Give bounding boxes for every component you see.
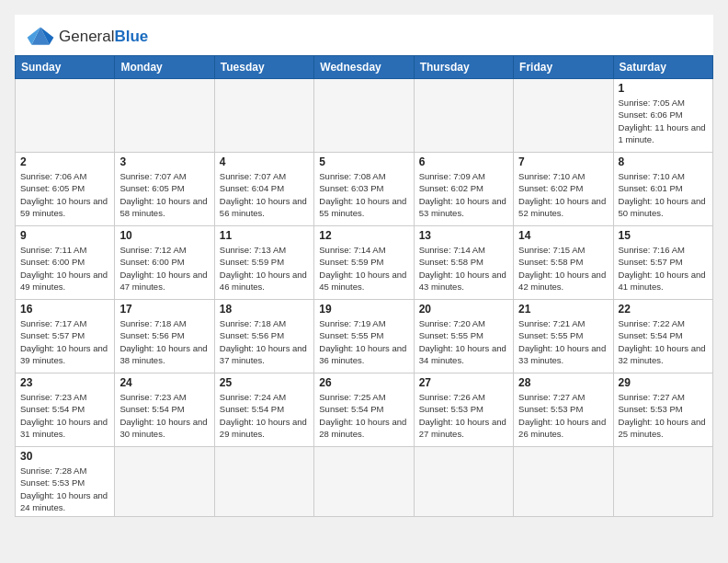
day-number: 20: [419, 303, 508, 316]
day-info: Sunrise: 7:10 AM Sunset: 6:01 PM Dayligh…: [619, 170, 708, 219]
day-info: Sunrise: 7:22 AM Sunset: 5:54 PM Dayligh…: [619, 317, 708, 366]
day-info: Sunrise: 7:11 AM Sunset: 6:00 PM Dayligh…: [20, 244, 109, 293]
logo-text: GeneralBlue: [59, 28, 148, 46]
logo-icon: [26, 24, 55, 50]
day-info: Sunrise: 7:07 AM Sunset: 6:04 PM Dayligh…: [220, 170, 309, 219]
day-info: Sunrise: 7:19 AM Sunset: 5:55 PM Dayligh…: [319, 317, 408, 366]
calendar-day-cell: 28Sunrise: 7:27 AM Sunset: 5:53 PM Dayli…: [514, 373, 613, 447]
day-info: Sunrise: 7:06 AM Sunset: 6:05 PM Dayligh…: [20, 170, 109, 219]
weekday-header-friday: Friday: [514, 56, 613, 79]
day-number: 19: [319, 303, 408, 316]
calendar-day-cell: 29Sunrise: 7:27 AM Sunset: 5:53 PM Dayli…: [613, 373, 712, 447]
day-info: Sunrise: 7:26 AM Sunset: 5:53 PM Dayligh…: [419, 391, 508, 440]
calendar-day-cell: 21Sunrise: 7:21 AM Sunset: 5:55 PM Dayli…: [514, 300, 613, 373]
calendar-day-cell: [514, 447, 613, 517]
day-number: 6: [419, 155, 508, 168]
calendar-day-cell: [613, 447, 712, 517]
day-number: 28: [518, 376, 608, 389]
day-info: Sunrise: 7:14 AM Sunset: 5:59 PM Dayligh…: [319, 244, 408, 293]
day-info: Sunrise: 7:24 AM Sunset: 5:54 PM Dayligh…: [220, 391, 309, 440]
calendar-day-cell: 15Sunrise: 7:16 AM Sunset: 5:57 PM Dayli…: [613, 226, 712, 300]
day-number: 12: [319, 229, 408, 242]
day-number: 2: [20, 155, 109, 168]
calendar-week-row: 1Sunrise: 7:05 AM Sunset: 6:06 PM Daylig…: [16, 79, 713, 153]
weekday-header-row: SundayMondayTuesdayWednesdayThursdayFrid…: [16, 56, 713, 79]
calendar-day-cell: 20Sunrise: 7:20 AM Sunset: 5:55 PM Dayli…: [414, 300, 513, 373]
calendar-day-cell: [314, 447, 414, 517]
calendar-day-cell: 17Sunrise: 7:18 AM Sunset: 5:56 PM Dayli…: [115, 300, 214, 373]
day-info: Sunrise: 7:23 AM Sunset: 5:54 PM Dayligh…: [119, 391, 209, 440]
day-number: 18: [220, 303, 309, 316]
day-number: 5: [319, 155, 408, 168]
day-number: 21: [518, 303, 608, 316]
day-info: Sunrise: 7:12 AM Sunset: 6:00 PM Dayligh…: [119, 244, 209, 293]
calendar-day-cell: 23Sunrise: 7:23 AM Sunset: 5:54 PM Dayli…: [16, 373, 115, 447]
day-info: Sunrise: 7:08 AM Sunset: 6:03 PM Dayligh…: [319, 170, 408, 219]
day-number: 7: [518, 155, 608, 168]
calendar-day-cell: 1Sunrise: 7:05 AM Sunset: 6:06 PM Daylig…: [613, 79, 712, 153]
calendar-day-cell: 13Sunrise: 7:14 AM Sunset: 5:58 PM Dayli…: [414, 226, 513, 300]
day-info: Sunrise: 7:21 AM Sunset: 5:55 PM Dayligh…: [518, 317, 608, 366]
day-number: 9: [20, 229, 109, 242]
day-info: Sunrise: 7:05 AM Sunset: 6:06 PM Dayligh…: [619, 97, 708, 145]
calendar-day-cell: [414, 447, 513, 517]
calendar-day-cell: 5Sunrise: 7:08 AM Sunset: 6:03 PM Daylig…: [314, 153, 414, 226]
day-number: 26: [319, 376, 408, 389]
day-info: Sunrise: 7:27 AM Sunset: 5:53 PM Dayligh…: [619, 391, 708, 440]
calendar-day-cell: 14Sunrise: 7:15 AM Sunset: 5:58 PM Dayli…: [514, 226, 613, 300]
calendar-week-row: 30Sunrise: 7:28 AM Sunset: 5:53 PM Dayli…: [16, 447, 713, 517]
calendar-day-cell: 30Sunrise: 7:28 AM Sunset: 5:53 PM Dayli…: [16, 447, 115, 517]
calendar-day-cell: [115, 447, 214, 517]
weekday-header-wednesday: Wednesday: [314, 56, 414, 79]
day-number: 10: [119, 229, 209, 242]
calendar-day-cell: 16Sunrise: 7:17 AM Sunset: 5:57 PM Dayli…: [16, 300, 115, 373]
calendar-day-cell: 26Sunrise: 7:25 AM Sunset: 5:54 PM Dayli…: [314, 373, 414, 447]
calendar-day-cell: 2Sunrise: 7:06 AM Sunset: 6:05 PM Daylig…: [16, 153, 115, 226]
day-number: 27: [419, 376, 508, 389]
calendar-day-cell: [414, 79, 513, 153]
calendar-day-cell: 9Sunrise: 7:11 AM Sunset: 6:00 PM Daylig…: [16, 226, 115, 300]
calendar-day-cell: 11Sunrise: 7:13 AM Sunset: 5:59 PM Dayli…: [214, 226, 313, 300]
day-info: Sunrise: 7:18 AM Sunset: 5:56 PM Dayligh…: [119, 317, 209, 366]
weekday-header-saturday: Saturday: [613, 56, 712, 79]
weekday-header-sunday: Sunday: [16, 56, 115, 79]
calendar-week-row: 2Sunrise: 7:06 AM Sunset: 6:05 PM Daylig…: [16, 153, 713, 226]
calendar-day-cell: 7Sunrise: 7:10 AM Sunset: 6:02 PM Daylig…: [514, 153, 613, 226]
calendar-week-row: 9Sunrise: 7:11 AM Sunset: 6:00 PM Daylig…: [16, 226, 713, 300]
day-info: Sunrise: 7:13 AM Sunset: 5:59 PM Dayligh…: [220, 244, 309, 293]
calendar-week-row: 16Sunrise: 7:17 AM Sunset: 5:57 PM Dayli…: [16, 300, 713, 373]
weekday-header-tuesday: Tuesday: [214, 56, 313, 79]
calendar-day-cell: 10Sunrise: 7:12 AM Sunset: 6:00 PM Dayli…: [115, 226, 214, 300]
calendar-container: GeneralBlue SundayMondayTuesdayWednesday…: [15, 15, 713, 517]
day-number: 23: [20, 376, 109, 389]
calendar-day-cell: [314, 79, 414, 153]
weekday-header-monday: Monday: [115, 56, 214, 79]
day-info: Sunrise: 7:18 AM Sunset: 5:56 PM Dayligh…: [220, 317, 309, 366]
calendar-day-cell: [214, 447, 313, 517]
day-number: 22: [619, 303, 708, 316]
day-info: Sunrise: 7:07 AM Sunset: 6:05 PM Dayligh…: [119, 170, 209, 219]
day-number: 4: [220, 155, 309, 168]
calendar-day-cell: 6Sunrise: 7:09 AM Sunset: 6:02 PM Daylig…: [414, 153, 513, 226]
day-number: 13: [419, 229, 508, 242]
day-info: Sunrise: 7:09 AM Sunset: 6:02 PM Dayligh…: [419, 170, 508, 219]
day-number: 1: [619, 82, 708, 95]
calendar-day-cell: 3Sunrise: 7:07 AM Sunset: 6:05 PM Daylig…: [115, 153, 214, 226]
day-info: Sunrise: 7:14 AM Sunset: 5:58 PM Dayligh…: [419, 244, 508, 293]
header: GeneralBlue: [15, 15, 713, 55]
calendar-day-cell: [16, 79, 115, 153]
day-number: 30: [20, 450, 109, 463]
day-info: Sunrise: 7:28 AM Sunset: 5:53 PM Dayligh…: [20, 465, 109, 513]
calendar-day-cell: 22Sunrise: 7:22 AM Sunset: 5:54 PM Dayli…: [613, 300, 712, 373]
calendar-day-cell: 12Sunrise: 7:14 AM Sunset: 5:59 PM Dayli…: [314, 226, 414, 300]
day-info: Sunrise: 7:10 AM Sunset: 6:02 PM Dayligh…: [518, 170, 608, 219]
calendar-day-cell: 24Sunrise: 7:23 AM Sunset: 5:54 PM Dayli…: [115, 373, 214, 447]
calendar-day-cell: 25Sunrise: 7:24 AM Sunset: 5:54 PM Dayli…: [214, 373, 313, 447]
day-info: Sunrise: 7:16 AM Sunset: 5:57 PM Dayligh…: [619, 244, 708, 293]
day-number: 3: [119, 155, 209, 168]
day-info: Sunrise: 7:20 AM Sunset: 5:55 PM Dayligh…: [419, 317, 508, 366]
calendar-day-cell: 4Sunrise: 7:07 AM Sunset: 6:04 PM Daylig…: [214, 153, 313, 226]
logo: GeneralBlue: [26, 24, 148, 50]
day-info: Sunrise: 7:27 AM Sunset: 5:53 PM Dayligh…: [518, 391, 608, 440]
day-info: Sunrise: 7:25 AM Sunset: 5:54 PM Dayligh…: [319, 391, 408, 440]
